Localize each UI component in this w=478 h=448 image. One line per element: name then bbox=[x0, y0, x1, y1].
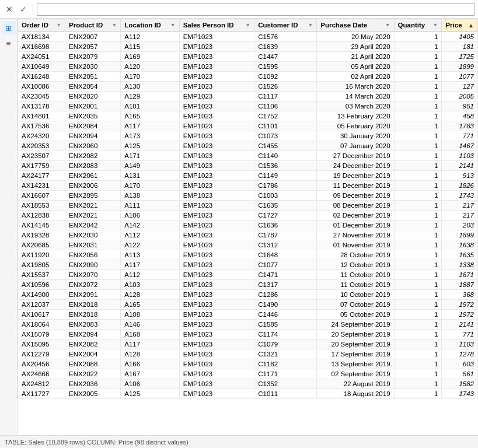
filter-product-id-icon[interactable]: ▼ bbox=[111, 22, 117, 28]
table-cell: 30 January 2020 bbox=[317, 131, 394, 141]
table-cell: C1117 bbox=[254, 92, 317, 102]
table-cell: AX20456 bbox=[18, 359, 65, 369]
table-cell: 127 bbox=[442, 82, 478, 92]
table-cell: A128 bbox=[121, 349, 179, 359]
filter-price-icon[interactable]: ▲ bbox=[468, 22, 474, 29]
table-cell: EMP1023 bbox=[179, 62, 254, 72]
col-header-order-id[interactable]: Order ID ▼ bbox=[18, 19, 65, 32]
table-cell: A138 bbox=[121, 191, 179, 201]
table-cell: 1 bbox=[394, 102, 442, 111]
field-list-icon[interactable]: ≡ bbox=[2, 36, 16, 50]
table-row: AX11727ENX2005A125EMP1023C101118 August … bbox=[18, 389, 478, 399]
table-cell: ENX2094 bbox=[65, 330, 121, 340]
col-header-quantity[interactable]: Quantity ▼ bbox=[394, 19, 442, 32]
close-button[interactable]: ✕ bbox=[4, 4, 15, 15]
table-cell: 603 bbox=[442, 359, 478, 369]
table-cell: A168 bbox=[121, 330, 179, 340]
table-cell: A129 bbox=[121, 92, 179, 102]
table-cell: EMP1023 bbox=[179, 82, 254, 92]
table-row: AX20353ENX2060A125EMP1023C145507 January… bbox=[18, 141, 478, 151]
table-cell: 1671 bbox=[442, 270, 478, 280]
table-cell: AX18134 bbox=[18, 32, 65, 42]
col-header-price[interactable]: Price ▲ bbox=[442, 19, 478, 32]
table-row: AX24812ENX2036A106EMP1023C135222 August … bbox=[18, 379, 478, 389]
table-cell: AX19805 bbox=[18, 260, 65, 270]
check-button[interactable]: ✓ bbox=[18, 4, 29, 15]
table-cell: C1648 bbox=[254, 250, 317, 260]
table-cell: 1278 bbox=[442, 349, 478, 359]
table-cell: AX20685 bbox=[18, 240, 65, 250]
table-cell: 1 bbox=[394, 32, 442, 42]
table-cell: 1 bbox=[394, 310, 442, 320]
table-cell: EMP1023 bbox=[179, 389, 254, 399]
table-cell: 24 September 2019 bbox=[317, 320, 394, 330]
col-header-sales-person-id[interactable]: Sales Person ID ▼ bbox=[179, 19, 254, 32]
table-cell: A112 bbox=[121, 270, 179, 280]
table-cell: 05 October 2019 bbox=[317, 310, 394, 320]
col-header-purchase-date[interactable]: Purchase Date ▼ bbox=[317, 19, 394, 32]
table-cell: 16 March 2020 bbox=[317, 82, 394, 92]
table-row: AX14231ENX2006A170EMP1023C178611 Decembe… bbox=[18, 181, 478, 191]
table-cell: ENX2084 bbox=[65, 121, 121, 131]
table-cell: C1321 bbox=[254, 349, 317, 359]
table-cell: 28 October 2019 bbox=[317, 250, 394, 260]
table-cell: A167 bbox=[121, 369, 179, 379]
table-row: AX15079ENX2094A168EMP1023C117420 Septemb… bbox=[18, 330, 478, 340]
table-cell: EMP1023 bbox=[179, 32, 254, 42]
table-cell: ENX2007 bbox=[65, 32, 121, 42]
filter-purchase-date-icon[interactable]: ▼ bbox=[385, 22, 390, 28]
table-cell: 458 bbox=[442, 111, 478, 121]
table-cell: A170 bbox=[121, 72, 179, 82]
table-row: AX11920ENX2056A113EMP1023C164828 October… bbox=[18, 250, 478, 260]
search-input[interactable] bbox=[37, 3, 474, 16]
col-header-customer-id[interactable]: Customer ID ▼ bbox=[254, 19, 317, 32]
table-cell: 1077 bbox=[442, 72, 478, 82]
table-cell: ENX2018 bbox=[65, 300, 121, 310]
table-cell: 1 bbox=[394, 359, 442, 369]
col-header-product-id[interactable]: Product ID ▼ bbox=[65, 19, 121, 32]
table-cell: 1 bbox=[394, 230, 442, 240]
table-cell: 1 bbox=[394, 131, 442, 141]
table-cell: C1787 bbox=[254, 230, 317, 240]
data-table: Order ID ▼ Product ID ▼ bbox=[18, 19, 478, 399]
table-row: AX20685ENX2031A122EMP1023C131201 Novembe… bbox=[18, 240, 478, 250]
table-view-icon[interactable]: ⊞ bbox=[2, 21, 16, 35]
table-cell: AX10617 bbox=[18, 310, 65, 320]
toolbar: ✕ ✓ bbox=[0, 0, 478, 19]
table-cell: 1 bbox=[394, 171, 442, 181]
table-cell: C1073 bbox=[254, 131, 317, 141]
table-cell: AX11727 bbox=[18, 389, 65, 399]
table-cell: EMP1023 bbox=[179, 330, 254, 340]
table-cell: 05 April 2020 bbox=[317, 62, 394, 72]
table-cell: A120 bbox=[121, 62, 179, 72]
filter-sales-person-icon[interactable]: ▼ bbox=[245, 22, 250, 28]
table-cell: 951 bbox=[442, 102, 478, 111]
table-cell: ENX2004 bbox=[65, 349, 121, 359]
filter-quantity-icon[interactable]: ▼ bbox=[432, 22, 438, 28]
table-row: AX16248ENX2051A170EMP1023C109202 April 2… bbox=[18, 72, 478, 82]
table-cell: A122 bbox=[121, 240, 179, 250]
table-cell: 913 bbox=[442, 171, 478, 181]
table-cell: ENX2060 bbox=[65, 141, 121, 151]
filter-location-id-icon[interactable]: ▼ bbox=[170, 22, 176, 28]
filter-customer-id-icon[interactable]: ▼ bbox=[308, 22, 313, 28]
table-cell: 09 December 2019 bbox=[317, 191, 394, 201]
table-cell: A125 bbox=[121, 389, 179, 399]
table-cell: 20 September 2019 bbox=[317, 340, 394, 349]
table-cell: EMP1023 bbox=[179, 121, 254, 131]
table-cell: EMP1023 bbox=[179, 102, 254, 111]
table-cell: 01 December 2019 bbox=[317, 220, 394, 230]
table-cell: AX24666 bbox=[18, 369, 65, 379]
table-container[interactable]: Order ID ▼ Product ID ▼ bbox=[18, 19, 478, 435]
table-cell: C1092 bbox=[254, 72, 317, 82]
table-cell: EMP1023 bbox=[179, 191, 254, 201]
table-row: AX10649ENX2030A120EMP1023C159505 April 2… bbox=[18, 62, 478, 72]
table-cell: EMP1023 bbox=[179, 211, 254, 220]
table-cell: EMP1023 bbox=[179, 359, 254, 369]
table-cell: 1 bbox=[394, 290, 442, 300]
filter-order-id-icon[interactable]: ▼ bbox=[56, 22, 61, 28]
table-cell: 1638 bbox=[442, 240, 478, 250]
table-cell: C1526 bbox=[254, 82, 317, 92]
table-cell: 1 bbox=[394, 349, 442, 359]
col-header-location-id[interactable]: Location ID ▼ bbox=[121, 19, 179, 32]
